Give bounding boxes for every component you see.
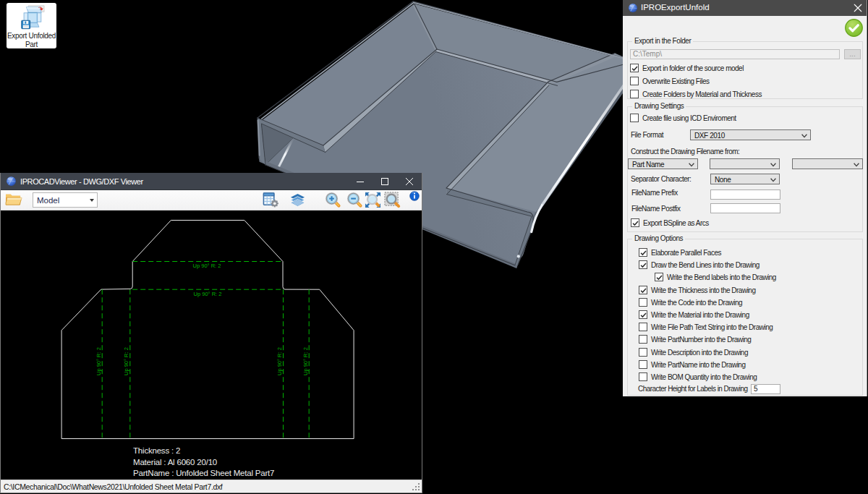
postfix-label: FileName Postfix — [631, 205, 681, 213]
viewer-minimize-button[interactable] — [348, 173, 373, 190]
resize-grip[interactable] — [412, 482, 420, 491]
viewer-maximize-button[interactable] — [373, 173, 397, 190]
export-unfolded-part-button[interactable]: Export Unfolded Part — [7, 3, 56, 48]
prefix-label: FileName Prefix — [631, 189, 678, 197]
check-option-4-box[interactable] — [639, 298, 647, 307]
viewer-title-bar[interactable]: IPROCADViewer - DWG/DXF Viewer — [1, 173, 422, 190]
zoom-window-icon[interactable] — [365, 192, 382, 209]
bend-label-vertical: Up 90° R: 2 — [95, 347, 102, 375]
check-option-8-label: Write Description into the Drawing — [651, 349, 748, 357]
export-path-field[interactable]: C:\Temp\ — [630, 49, 840, 59]
filename-part1-dropdown-value: Part Name — [632, 161, 664, 169]
bend-label-top: Up 90° R: 2 — [193, 263, 221, 269]
checkmark-icon — [639, 311, 647, 319]
dialog-title-bar[interactable]: IPROExportUnfold — [623, 0, 867, 16]
check-option-5-box[interactable] — [639, 310, 647, 319]
viewer-toolbar: Model — [1, 190, 422, 210]
check-option-9-box[interactable] — [639, 360, 647, 369]
file-format-dropdown[interactable]: DXF 2010 — [690, 129, 811, 140]
check-overwrite-existing-box[interactable] — [630, 77, 639, 85]
status-file-path: C:\ICMechanical\Doc\WhatNews2021\Unfolde… — [4, 482, 222, 491]
viewer-app-icon — [6, 176, 17, 189]
filename-part3-dropdown[interactable] — [792, 158, 863, 169]
drawing-settings-group-label: Drawing Settings — [632, 102, 686, 110]
check-option-1-box[interactable] — [639, 260, 647, 269]
zoom-extents-icon[interactable] — [384, 192, 401, 209]
layout-combobox[interactable]: Model — [33, 192, 98, 208]
close-icon — [854, 4, 861, 12]
ok-check-icon — [845, 19, 863, 37]
check-icd-environment-box[interactable] — [630, 114, 639, 122]
open-folder-icon[interactable] — [5, 192, 22, 209]
separator-dropdown-value: None — [715, 176, 731, 184]
minimize-icon — [357, 178, 364, 185]
combobox-arrow-icon — [90, 199, 94, 202]
check-overwrite-existing-label: Overwrite Existing Files — [642, 77, 709, 85]
viewer-title: IPROCADViewer - DWG/DXF Viewer — [20, 177, 143, 186]
drawing-options-group-label: Drawing Options — [632, 234, 685, 242]
dxf-drawing: Up 90° R: 2 Up 90° R: 2 Up 90° R: 2 Up 9… — [1, 210, 422, 480]
check-export-bspline-box[interactable] — [631, 218, 639, 227]
export-unfold-dialog: IPROExportUnfold Export in the Folder C:… — [623, 0, 867, 396]
check-option-3-box[interactable] — [639, 286, 647, 294]
checkmark-icon — [631, 219, 639, 227]
ok-button[interactable] — [845, 19, 863, 37]
check-option-10-label: Write BOM Quantity into the Drawing — [651, 373, 757, 381]
check-create-folders-material-label: Create Folders by Material and Thickness — [642, 90, 762, 98]
dialog-title: IPROExportUnfold — [641, 3, 710, 12]
check-create-folders-material-box[interactable] — [630, 90, 639, 98]
chevron-down-icon — [801, 134, 807, 138]
viewer-close-button[interactable] — [397, 173, 422, 190]
maximize-icon — [381, 178, 388, 185]
layout-combobox-value: Model — [37, 196, 59, 205]
check-option-6-box[interactable] — [639, 323, 647, 331]
checkmark-icon — [631, 64, 639, 72]
bend-label-vertical: Up 90° R: 2 — [302, 347, 309, 375]
check-option-8-box[interactable] — [639, 348, 647, 357]
table-settings-icon[interactable] — [263, 192, 280, 209]
checkmark-icon — [639, 249, 647, 257]
layers-icon[interactable] — [289, 192, 307, 209]
checkmark-icon — [639, 261, 647, 269]
viewer-status-bar: C:\ICMechanical\Doc\WhatNews2021\Unfolde… — [1, 480, 422, 493]
check-option-4-label: Write the Code into the Drawing — [651, 299, 742, 307]
file-format-dropdown-value: DXF 2010 — [694, 132, 725, 140]
chevron-down-icon — [689, 163, 694, 167]
dialog-app-icon — [628, 3, 638, 16]
export-unfolded-part-icon — [7, 4, 56, 31]
char-height-field[interactable]: 5 — [751, 384, 780, 394]
checkmark-icon — [655, 273, 663, 281]
check-option-9-label: Write PartName into the Drawing — [651, 361, 745, 369]
browse-button[interactable]: ... — [844, 49, 861, 59]
check-option-0-box[interactable] — [639, 248, 647, 257]
zoom-out-icon[interactable] — [346, 192, 364, 209]
dialog-close-button[interactable] — [848, 0, 867, 16]
filename-part2-dropdown[interactable] — [710, 158, 780, 169]
postfix-field[interactable] — [710, 203, 780, 213]
check-export-in-source-folder-box[interactable] — [630, 64, 639, 72]
dxf-viewer-window: IPROCADViewer - DWG/DXF Viewer Model Up … — [0, 173, 422, 493]
check-option-3-label: Write the Thickness into the Drawing — [651, 286, 755, 294]
separator-dropdown[interactable]: None — [710, 174, 780, 184]
check-option-10-box[interactable] — [639, 372, 647, 381]
check-option-1-label: Draw the Bend Lines into the Drawing — [651, 261, 760, 269]
check-export-in-source-folder-label: Export in folder of the source model — [642, 64, 744, 72]
file-format-label: File Format — [631, 131, 663, 139]
viewer-canvas[interactable]: Up 90° R: 2 Up 90° R: 2 Up 90° R: 2 Up 9… — [1, 210, 422, 480]
check-option-7-box[interactable] — [639, 335, 647, 344]
prefix-field[interactable] — [710, 189, 780, 200]
check-export-bspline-label: Export BSpline as Arcs — [643, 219, 709, 227]
checkmark-icon — [639, 286, 647, 294]
info-icon[interactable] — [409, 191, 420, 202]
zoom-in-icon[interactable] — [325, 192, 342, 209]
check-option-6-label: Write File Path Text String into the Dra… — [651, 323, 773, 331]
drawing-info-partname: PartName : Unfolded Sheet Metal Part7 — [133, 469, 274, 477]
drawing-info-thickness: Thickness : 2 — [133, 446, 180, 455]
check-icd-environment-label: Create file using ICD Enviroment — [642, 114, 736, 122]
filename-part1-dropdown[interactable]: Part Name — [628, 158, 698, 169]
char-height-label: Character Height for Labels in Drawing — [638, 385, 747, 393]
check-option-2-box[interactable] — [655, 273, 663, 281]
check-option-2-label: Write the Bend labels into the Drawing — [667, 273, 776, 281]
bend-label-vertical: Up 90° R: 2 — [276, 347, 283, 375]
close-icon — [406, 178, 413, 185]
